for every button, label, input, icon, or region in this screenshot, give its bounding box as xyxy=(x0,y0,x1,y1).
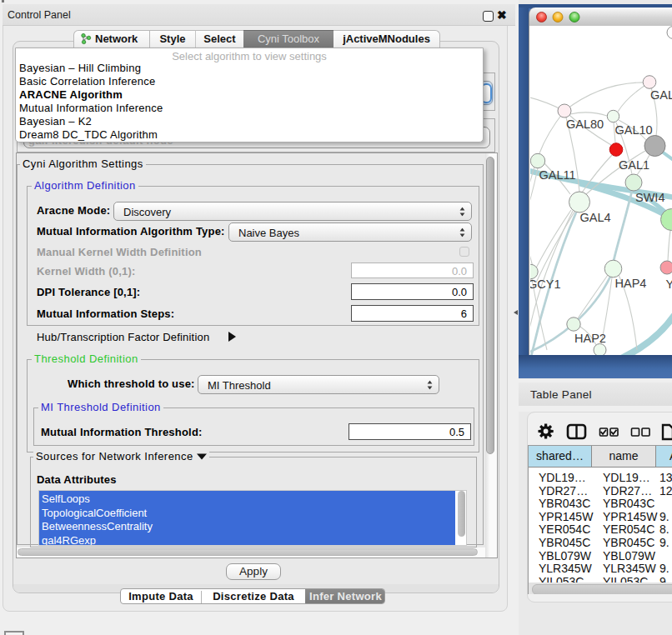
svg-text:GAL1: GAL1 xyxy=(619,158,649,172)
svg-text:HAP2: HAP2 xyxy=(574,332,606,345)
svg-text:YB: YB xyxy=(666,278,672,291)
svg-text:HAP4: HAP4 xyxy=(615,277,647,290)
svg-text:SWI4: SWI4 xyxy=(635,191,664,204)
svg-text:GCY1: GCY1 xyxy=(530,278,561,291)
svg-text:GAL80: GAL80 xyxy=(566,118,604,131)
svg-text:GAL11: GAL11 xyxy=(539,168,576,182)
svg-text:GAL10: GAL10 xyxy=(615,123,653,137)
svg-text:GAL4: GAL4 xyxy=(580,211,611,224)
svg-text:GAL2: GAL2 xyxy=(650,88,672,102)
